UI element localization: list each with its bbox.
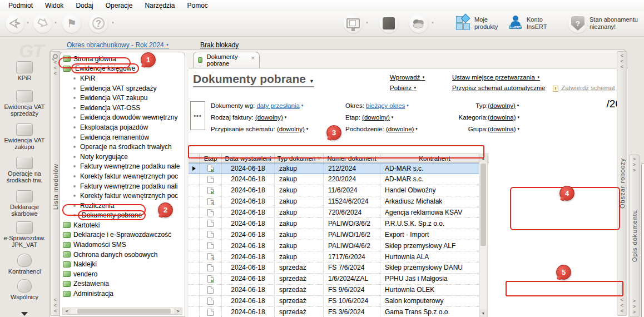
filter-value[interactable]: (dowolny) xyxy=(277,126,305,132)
remote-desktop-button[interactable] xyxy=(344,14,363,33)
package-button[interactable] xyxy=(379,14,398,33)
tree-item-strona-glowna[interactable]: Strona główna xyxy=(60,54,185,64)
table-row-fs-9-6-2024[interactable]: 2024-06-18sprzedażFS 9/6/2024Hurtownia O… xyxy=(189,285,479,296)
table-header[interactable]: Etap Data wystawieni Typ dokumen ▽ Numer… xyxy=(189,153,489,163)
tree-item-operacje-na-srodkach-trwalych[interactable]: Operacje na środkach trwałych xyxy=(60,142,185,152)
filter-value[interactable]: (dowolny) xyxy=(362,114,390,121)
forward-button[interactable] xyxy=(33,14,52,33)
tree-item-korekty-faktur-wewnetrznych-poc[interactable]: Korekty faktur wewnętrznych poc xyxy=(60,171,185,181)
module-kpir[interactable]: KPiR xyxy=(0,61,49,81)
flag-button[interactable]: ⚑ xyxy=(62,14,81,33)
table-row-11-6-2024[interactable]: K2024-06-18zakup11/6/2024Handel Obwoźny xyxy=(189,185,479,196)
pobierz-link[interactable]: Pobierz ▼ xyxy=(390,85,417,91)
tree-item-ewidencja-dowodow-wewnetrzny[interactable]: Ewidencja dowodów wewnętrzny xyxy=(60,113,185,123)
dropdown-icon[interactable]: ▼ xyxy=(414,127,418,131)
tree-item-faktury-wewnetrzne-podatku-nali[interactable]: Faktury wewnętrzne podatku nali xyxy=(60,181,185,191)
scroll-right-icon[interactable]: > xyxy=(174,308,182,314)
table-vertical-scrollbar[interactable]: ▲ ▼ xyxy=(479,153,488,317)
tree-item-faktury-wewnetrzne-podatku-nale[interactable]: Faktury wewnętrzne podatku nale xyxy=(60,162,185,172)
konto-insert-label[interactable]: KontoInsERT xyxy=(527,16,547,31)
dropdown-icon[interactable]: ▼ xyxy=(390,116,394,119)
tree-item-kpir[interactable]: KPiR xyxy=(60,73,185,83)
tree-item-administracja[interactable]: Administracja xyxy=(60,289,185,299)
scroll-down-icon[interactable]: ▼ xyxy=(479,309,487,317)
help-button[interactable]: ? xyxy=(89,14,108,33)
table-row-fs-10-6-2024[interactable]: 2024-06-18sprzedażFS 10/6/2024Salon komp… xyxy=(189,296,479,307)
tree-item-korekty-faktur-wewnetrznych-poc[interactable]: Korekty faktur wewnętrznych poc xyxy=(60,191,185,201)
col-numer-dokumentu[interactable]: Numer dokument xyxy=(324,154,380,162)
modules-more-icon[interactable] xyxy=(21,312,28,316)
tree-horizontal-scrollbar[interactable]: < > xyxy=(62,308,182,315)
tree-item-vendero[interactable]: vendero xyxy=(60,269,185,279)
back-button[interactable] xyxy=(6,14,24,33)
scroll-left-icon[interactable]: < xyxy=(63,308,71,314)
tree-item-noty-korygujace[interactable]: Noty korygujące xyxy=(60,152,185,162)
table-row-212-2024[interactable]: K2024-06-18zakup212/2024AD-MAR s.c. xyxy=(189,163,479,174)
konto-insert-icon[interactable]: InsERT xyxy=(509,16,522,29)
tab-dokumenty-pobrane[interactable]: Dokumenty pobrane × xyxy=(193,52,260,68)
dropdown-icon[interactable]: ▼ xyxy=(300,104,304,107)
cloud-dropdown-icon[interactable]: ▼ xyxy=(431,21,434,24)
table-row-fs-7-6-2024[interactable]: 2024-06-18sprzedażFS 7/6/2024Sklep przem… xyxy=(189,262,479,274)
module-ewidencja-vat-sprzedazy[interactable]: Ewidencja VAT sprzedaży xyxy=(0,90,49,117)
menu-item-operacje[interactable]: Operacje xyxy=(100,1,139,11)
remote-desktop-dropdown-icon[interactable]: ▼ xyxy=(365,21,369,24)
tree-item-naklejki[interactable]: Naklejki xyxy=(60,259,185,269)
table-row-220-2024[interactable]: 2024-06-18zakup220/2024AD-MAR s.c. xyxy=(189,174,479,185)
scrollbar-thumb[interactable] xyxy=(480,164,486,246)
filter-icon[interactable]: ▽ xyxy=(317,156,320,161)
filter-value[interactable]: daty przesłania xyxy=(256,102,299,109)
module-kontrahenci[interactable]: Kontrahenci xyxy=(0,254,49,275)
menu-item-pomoc[interactable]: Pomoc xyxy=(181,1,214,11)
module-wspolnicy[interactable]: Wspólnicy xyxy=(0,279,49,300)
tree-item-ochrona-danych-osobowych[interactable]: Ochrona danych osobowych xyxy=(60,250,185,260)
table-row-1717-6-2024[interactable]: S2024-06-18zakup1717/6/2024Hurtownia ALA xyxy=(189,251,479,262)
col-etap[interactable]: Etap xyxy=(200,154,222,162)
pin-icon[interactable] xyxy=(53,54,58,59)
dropdown-icon[interactable]: ▼ xyxy=(516,104,520,107)
menu-item-narzedzia[interactable]: Narzędzia xyxy=(138,1,181,11)
scroll-up-icon[interactable]: ▲ xyxy=(479,154,487,162)
moje-produkty-label[interactable]: Moje produkty xyxy=(474,16,508,31)
tree-item-kartoteki[interactable]: Kartoteki xyxy=(60,220,185,230)
tree-item-zestawienia[interactable]: Zestawienia xyxy=(60,279,185,289)
filter-value[interactable]: (dowolny) xyxy=(255,114,283,121)
more-filters-button[interactable]: ••• xyxy=(190,101,205,130)
table-row-720-6-2024[interactable]: 2024-06-18zakup720/6/2024Agencja reklamo… xyxy=(189,207,479,219)
ustaw-miejsce-link[interactable]: Ustaw miejsce przetwarzania ▼ xyxy=(452,74,540,81)
lock-status-link[interactable]: Brak blokady xyxy=(200,41,239,49)
zatwierdz-schemat-link[interactable]: ! Zatwierdź schemat xyxy=(553,85,615,92)
filter-value[interactable]: (dowolna) xyxy=(488,126,516,132)
dropdown-icon[interactable]: ▼ xyxy=(283,116,288,119)
table-row-paliwo-4-6-2[interactable]: 2024-06-18zakupPALIWO/4/6/2Sklep przemys… xyxy=(189,240,479,251)
col-typ-dokumentu[interactable]: Typ dokumen ▽ xyxy=(275,154,324,162)
menu-item-widok[interactable]: Widok xyxy=(39,1,70,11)
tree-item-wiadomosci-sms[interactable]: Wiadomości SMS xyxy=(60,240,185,250)
menu-item-dodaj[interactable]: Dodaj xyxy=(70,1,99,11)
back-dropdown-icon[interactable]: ▼ xyxy=(26,21,29,24)
scrollbar-thumb[interactable] xyxy=(77,309,171,314)
help-dropdown-icon[interactable]: ▼ xyxy=(111,21,115,24)
module-e-sprawozdaw-jpk-vat[interactable]: e-Sprawozdaw. JPK_VAT xyxy=(0,221,49,248)
tab-close-icon[interactable]: × xyxy=(251,55,255,61)
table-row-paliwo-1-6-2[interactable]: 2024-06-18zakupPALIWO/1/6/2Export - Impo… xyxy=(189,229,479,240)
cloud-button[interactable] xyxy=(409,14,428,33)
tree-item-ewidencja-vat-oss[interactable]: Ewidencja VAT-OSS xyxy=(60,103,185,113)
table-row-paliwo-3-6-2[interactable]: 2024-06-18zakupPALIWO/3/6/2P.R.U.S.K. Sp… xyxy=(189,218,479,229)
filter-value[interactable]: bieżący okres xyxy=(366,102,405,109)
filter-value[interactable]: (dowolne) xyxy=(386,126,414,132)
table-row-1-6-2024-zal[interactable]: K2024-06-18sprzedaż1/6/2024/ZALPPHU Jaś … xyxy=(189,274,479,285)
subscription-button[interactable]: ? xyxy=(568,14,587,33)
filter-value[interactable]: (dowolna) xyxy=(488,114,516,121)
tree-item-deklaracje-i-e-sprawozdawczosc[interactable]: Deklaracje i e-Sprawozdawczość xyxy=(60,230,185,240)
tree-item-ewidencja-vat-sprzedazy[interactable]: Ewidencja VAT sprzedaży xyxy=(60,83,185,93)
moje-produkty-icon[interactable] xyxy=(456,16,470,31)
module-ewidencja-vat-zakupu[interactable]: Ewidencja VAT zakupu xyxy=(0,123,49,150)
tree-item-ewidencja-remanentow[interactable]: Ewidencja remanentów xyxy=(60,132,185,142)
page-title[interactable]: Dokumenty pobrane ▼ xyxy=(193,72,314,87)
table-row-fs-3-6-2024[interactable]: 2024-06-18sprzedażFS 3/6/2024Gama Trans … xyxy=(189,307,479,317)
col-data-wystawienia[interactable]: Data wystawieni xyxy=(222,154,275,162)
dropdown-icon[interactable]: ▼ xyxy=(516,116,521,119)
forward-dropdown-icon[interactable]: ▼ xyxy=(54,21,57,24)
filter-value[interactable]: (dowolny) xyxy=(488,102,516,109)
